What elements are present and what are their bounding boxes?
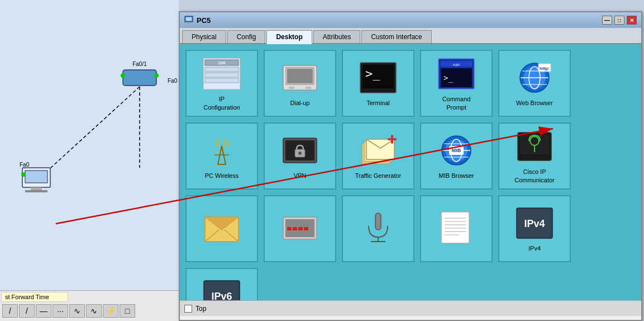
svg-rect-10: [25, 190, 47, 192]
app-terminal[interactable]: >_ Terminal: [342, 50, 414, 117]
app-dialup[interactable]: Dial-up: [264, 50, 336, 117]
toolbar-btn-3[interactable]: —: [36, 304, 51, 318]
text-icon: [437, 209, 476, 246]
tab-bar: Physical Config Desktop Attributes Custo…: [180, 28, 641, 44]
svg-text:IPv6: IPv6: [211, 291, 232, 300]
mib-browser-icon: MIB: [437, 132, 476, 168]
tab-custom-interface[interactable]: Custom Interface: [361, 30, 431, 43]
terminal-label: Terminal: [366, 99, 390, 107]
svg-rect-78: [293, 227, 297, 230]
svg-text:106: 106: [218, 60, 226, 65]
app-ip-configuration[interactable]: 106 IPConfiguration: [185, 50, 258, 117]
bottom-toolbar: st Forward Time / / — ··· ∿ ∿ ⚡ □: [0, 290, 179, 321]
svg-rect-20: [205, 78, 238, 83]
toolbar-btn-6[interactable]: ∿: [86, 304, 102, 318]
ipv4-label: IPv4: [528, 244, 541, 252]
pc5-window: PC5 — □ ✕ Physical Config Desktop Attrib…: [179, 11, 642, 321]
close-button[interactable]: ✕: [627, 16, 637, 25]
app-pc-wireless[interactable]: ((·)) PC Wireless: [185, 122, 258, 190]
svg-rect-77: [287, 227, 292, 230]
minimize-button[interactable]: —: [602, 16, 612, 25]
app-email[interactable]: [185, 195, 258, 262]
cisco-ip-comm-icon: [515, 128, 554, 164]
app-ipv4[interactable]: IPv4 IPv4: [498, 195, 571, 262]
app-grid-row1: 106 IPConfiguration Dial-up: [185, 50, 636, 117]
svg-text:Fa0: Fa0: [20, 162, 30, 168]
toolbar-btn-1[interactable]: /: [2, 304, 18, 318]
toolbar-icons: / / — ··· ∿ ∿ ⚡ □: [0, 303, 179, 319]
svg-rect-25: [289, 87, 294, 89]
ftp-icon: [280, 209, 319, 246]
tab-desktop[interactable]: Desktop: [266, 30, 312, 44]
svg-rect-81: [375, 213, 381, 230]
svg-rect-79: [298, 227, 303, 230]
app-mic[interactable]: [342, 195, 414, 262]
top-label: Top: [195, 305, 206, 313]
pc-wireless-icon: ((·)): [202, 132, 241, 168]
svg-rect-9: [31, 187, 42, 190]
svg-rect-18: [205, 67, 238, 72]
app-grid-row2: ((·)) PC Wireless: [185, 122, 636, 190]
top-checkbox[interactable]: [184, 305, 192, 313]
svg-rect-80: [304, 227, 308, 230]
email-icon: [202, 209, 241, 246]
toolbar-btn-7[interactable]: ⚡: [103, 304, 118, 318]
app-web-browser[interactable]: http: Web Browser: [498, 50, 571, 117]
ipv4-icon: IPv4: [515, 205, 554, 241]
svg-rect-26: [306, 87, 311, 89]
traffic-generator-icon: [359, 132, 398, 168]
app-cisco-ip-comm[interactable]: Cisco IPCommunicator: [498, 122, 571, 190]
svg-line-5: [45, 87, 140, 173]
vpn-label: VPN: [294, 172, 307, 180]
tab-physical[interactable]: Physical: [182, 30, 226, 43]
app-traffic-generator[interactable]: Traffic Generator: [342, 122, 414, 190]
desktop-content: 106 IPConfiguration Dial-up: [180, 44, 641, 300]
cisco-ip-comm-label: Cisco IPCommunicator: [514, 168, 555, 184]
svg-text:http:: http:: [540, 66, 550, 71]
window-title-area: PC5: [184, 16, 211, 25]
toolbar-btn-8[interactable]: □: [120, 304, 135, 318]
mib-browser-label: MIB Browser: [439, 172, 474, 180]
svg-point-12: [21, 172, 26, 177]
svg-text:MIB: MIB: [452, 148, 461, 153]
network-diagram: Fa0/1 Fa0 Fa0: [0, 0, 179, 296]
app-command-prompt[interactable]: run >_ CommandPrompt: [420, 50, 493, 117]
svg-rect-0: [123, 70, 156, 86]
app-mib-browser[interactable]: MIB MIB Browser: [420, 122, 493, 190]
svg-rect-19: [205, 73, 238, 77]
dialup-icon: [280, 59, 319, 96]
app-vpn[interactable]: VPN: [264, 122, 336, 190]
app-text[interactable]: [420, 195, 493, 262]
pc-wireless-label: PC Wireless: [205, 172, 239, 180]
vpn-icon: [280, 132, 319, 168]
app-ftp[interactable]: [264, 195, 336, 262]
tab-config[interactable]: Config: [227, 30, 266, 43]
svg-point-3: [121, 73, 125, 78]
toolbar-btn-4[interactable]: ···: [53, 304, 68, 318]
command-prompt-icon: run >_: [437, 55, 476, 92]
svg-text:IPv4: IPv4: [524, 218, 545, 229]
tab-attributes[interactable]: Attributes: [313, 30, 361, 43]
maximize-button[interactable]: □: [614, 16, 624, 25]
web-browser-icon: http:: [515, 59, 554, 96]
terminal-icon: >_: [359, 59, 398, 96]
toolbar-btn-5[interactable]: ∿: [69, 304, 85, 318]
svg-rect-24: [287, 69, 313, 83]
toolbar-btn-2[interactable]: /: [19, 304, 35, 318]
svg-text:>_: >_: [443, 73, 453, 83]
svg-rect-14: [186, 17, 192, 21]
svg-text:Fa0: Fa0: [168, 78, 178, 84]
ipv6-icon: IPv6: [202, 277, 241, 300]
ip-config-icon: 106: [202, 55, 241, 92]
window-controls: — □ ✕: [602, 16, 637, 25]
app-ipv6[interactable]: IPv6 IPv6: [185, 268, 258, 300]
forward-time-label: st Forward Time: [1, 292, 68, 302]
svg-text:Fa0/1: Fa0/1: [132, 61, 147, 67]
window-title-text: PC5: [197, 16, 211, 25]
svg-rect-84: [441, 212, 469, 243]
svg-rect-58: [391, 135, 393, 144]
svg-rect-8: [25, 171, 47, 183]
window-bottom-bar: Top: [180, 300, 641, 316]
ip-config-label: IPConfiguration: [203, 95, 240, 111]
traffic-generator-label: Traffic Generator: [355, 172, 402, 180]
